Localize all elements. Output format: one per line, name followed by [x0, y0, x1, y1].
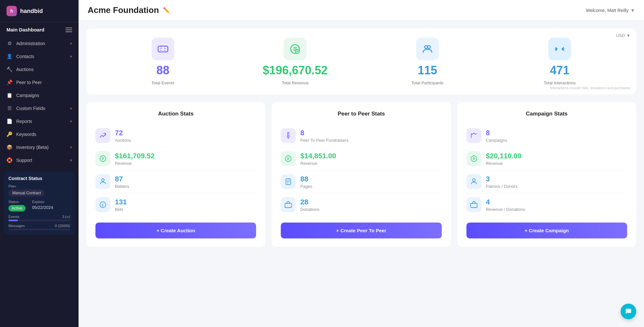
p2p-fundraisers-icon	[281, 128, 296, 143]
sidebar-item-peer-to-peer[interactable]: 📌 Peer to Peer	[0, 76, 79, 89]
sidebar-item-inventory-beta[interactable]: 📦 Inventory (Beta) ▾	[0, 141, 79, 154]
nav-icon-keywords: 🔑	[6, 131, 12, 137]
auction-bids-icon: $	[95, 197, 110, 212]
svg-point-8	[102, 179, 104, 181]
p2p-revenue-row: $14,851.00 Revenue	[281, 147, 441, 170]
auction-bids-number: 131	[115, 198, 127, 206]
participants-icon	[422, 43, 433, 55]
welcome-user[interactable]: Welcome, Matt Reilly ▼	[586, 8, 635, 13]
auction-stats-card: Auction Stats 72 Auctions $161,7	[86, 102, 265, 247]
campaign-stats-title: Campaign Stats	[466, 111, 627, 117]
chat-icon	[625, 308, 632, 315]
auction-count-label: Auctions	[115, 138, 131, 143]
campaign-patrons-row: 3 Patrons / Donors	[466, 170, 627, 193]
campaign-revenue-icon	[466, 151, 481, 166]
sidebar-item-reports[interactable]: 📄 Reports ▾	[0, 115, 79, 128]
auction-stats-title: Auction Stats	[95, 111, 256, 117]
campaign-revenue-row: $20,110.00 Revenue	[466, 147, 627, 170]
expires-label: Expires:	[32, 200, 53, 204]
nav-icon-peer-to-peer: 📌	[6, 79, 12, 85]
auction-revenue-row: $161,709.52 Revenue	[95, 147, 256, 170]
svg-rect-11	[288, 132, 289, 136]
sidebar-title: Main Dashboard	[6, 27, 44, 32]
p2p-pages-label: Pages	[300, 184, 312, 189]
nav-label-keywords: Keywords	[16, 132, 72, 137]
sidebar-item-custom-fields[interactable]: ☰ Custom Fields ▾	[0, 102, 79, 115]
p2p-revenue-icon	[281, 151, 296, 166]
main-content: Acme Foundation ✏️ Welcome, Matt Reilly …	[79, 0, 644, 327]
p2p-donations-number: 28	[300, 198, 319, 206]
nav-icon-inventory-beta: 📦	[6, 144, 12, 150]
nav-label-reports: Reports	[16, 119, 66, 124]
total-interactions-icon-box	[548, 38, 571, 60]
content-area: USD ▼ 88 Total Events	[79, 21, 644, 327]
nav-icon-auctions: 🔨	[6, 67, 12, 72]
campaign-revenue-number: $20,110.00	[486, 152, 522, 160]
total-interactions-stat: 471 Total Interactions	[494, 38, 626, 85]
welcome-label: Welcome, Matt Reilly	[586, 8, 628, 13]
nav-label-support: Support	[16, 158, 66, 163]
create-peer-button[interactable]: + Create Peer To Peer	[281, 223, 441, 238]
svg-rect-18	[285, 203, 291, 208]
sidebar-item-administration[interactable]: ⚙ Administration ▾	[0, 37, 79, 50]
auction-bidders-label: Bidders	[115, 184, 129, 189]
p2p-donations-icon	[281, 197, 296, 212]
stats-grid: Auction Stats 72 Auctions $161,7	[86, 102, 636, 247]
auction-count-icon	[95, 128, 110, 143]
chevron-icon: ▾	[70, 158, 72, 163]
interactions-icon	[554, 43, 565, 55]
p2p-fundraisers-number: 8	[300, 129, 348, 137]
chat-bubble[interactable]	[621, 304, 636, 319]
chevron-icon: ▾	[70, 42, 72, 46]
sidebar-header: Main Dashboard	[0, 22, 79, 37]
p2p-revenue-number: $14,851.00	[300, 152, 336, 160]
p2p-pages-icon	[281, 174, 296, 189]
chevron-icon: ▾	[70, 106, 72, 111]
plan-badge: Manual Contract	[8, 189, 45, 197]
sidebar-item-keywords[interactable]: 🔑 Keywords	[0, 128, 79, 141]
auction-revenue-icon	[95, 151, 110, 166]
total-revenue-number: $196,670.52	[263, 64, 328, 77]
nav-label-auctions: Auctions	[16, 67, 72, 72]
auction-bidders-row: 87 Bidders	[95, 170, 256, 193]
nav-label-administration: Administration	[16, 41, 66, 46]
usd-filter[interactable]: USD ▼	[616, 33, 630, 38]
sidebar-item-contacts[interactable]: 👤 Contacts ▾	[0, 50, 79, 63]
auction-bidders-number: 87	[115, 175, 129, 183]
create-campaign-button[interactable]: + Create Campaign	[466, 223, 627, 238]
auction-count-row: 72 Auctions	[95, 124, 256, 147]
campaign-count-label: Campaigns	[486, 138, 507, 143]
sidebar-item-support[interactable]: 🛟 Support ▾	[0, 154, 79, 167]
total-interactions-label: Total Interactions	[544, 80, 576, 85]
auction-count-number: 72	[115, 129, 131, 137]
total-revenue-stat: $196,670.52 Total Revenue	[229, 38, 362, 85]
p2p-revenue-label: Revenue	[300, 161, 336, 166]
chevron-icon: ▾	[70, 54, 72, 59]
sidebar-item-auctions[interactable]: 🔨 Auctions	[0, 63, 79, 76]
p2p-fundraisers-row: 8 Peer To Peer Fundraisers	[281, 124, 441, 147]
events-label: Events	[8, 215, 19, 219]
auction-revenue-label: Revenue	[115, 161, 155, 166]
status-label: Status:	[8, 200, 26, 204]
campaign-count-icon	[466, 128, 481, 143]
create-auction-button[interactable]: + Create Auction	[95, 223, 256, 238]
total-events-number: 88	[156, 64, 169, 77]
hamburger-menu[interactable]	[66, 28, 72, 32]
nav-label-inventory-beta: Inventory (Beta)	[16, 145, 66, 150]
nav-label-custom-fields: Custom Fields	[16, 106, 66, 111]
logo-icon: h	[6, 6, 17, 16]
nav-icon-reports: 📄	[6, 118, 12, 124]
nav-label-contacts: Contacts	[16, 54, 66, 59]
campaign-donations-icon	[466, 197, 481, 212]
p2p-donations-label: Donations	[300, 207, 319, 212]
nav-label-campaigns: Campaigns	[16, 93, 72, 98]
sidebar-item-campaigns[interactable]: 📋 Campaigns	[0, 89, 79, 102]
campaign-donations-row: 4 Revenue / Donations	[466, 193, 627, 216]
edit-icon[interactable]: ✏️	[163, 7, 170, 14]
top-header: Acme Foundation ✏️ Welcome, Matt Reilly …	[79, 0, 644, 21]
sidebar-logo: h handbid	[0, 0, 79, 22]
total-participants-stat: 115 Total Participants	[361, 38, 494, 85]
interactions-note: Interactions include bids, donations and…	[550, 86, 630, 90]
events-value: 3 (∞)	[62, 215, 70, 219]
total-events-stat: 88 Total Events	[97, 38, 229, 85]
